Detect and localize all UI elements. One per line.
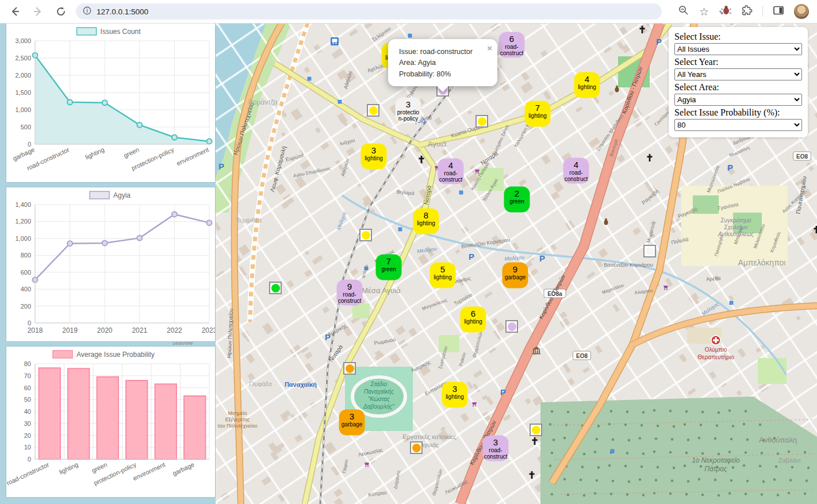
map-marker-cluster-green[interactable]: 2green <box>504 187 530 213</box>
profile-avatar[interactable] <box>794 4 809 19</box>
cluster-count: 3 <box>339 410 365 421</box>
svg-text:800: 800 <box>21 252 31 259</box>
map-marker-cluster-road-constructor[interactable]: 9road-constructor <box>337 280 363 306</box>
issue-select[interactable]: All Issues <box>674 43 802 55</box>
probability-select-label: Select Issue Probability (%): <box>674 107 802 118</box>
probability-select[interactable]: 80 <box>674 119 802 131</box>
cluster-label: garbage <box>503 274 528 280</box>
bar-green <box>97 377 118 459</box>
reload-icon[interactable] <box>55 6 67 17</box>
map-marker-cluster-garbage[interactable]: 3garbage <box>339 410 365 436</box>
map-marker[interactable] <box>530 424 542 436</box>
cluster-count: 5 <box>430 263 456 274</box>
map-marker-cluster-road-constructor[interactable]: 3road-constructor <box>483 436 509 461</box>
map-marker-cluster-protection-policy[interactable]: 3protection-policy <box>396 98 421 124</box>
map-marker-cluster-road-constructor[interactable]: 4road-constructor <box>563 158 589 184</box>
svg-text:green: green <box>91 461 109 474</box>
svg-text:garbage: garbage <box>171 461 195 477</box>
cluster-count: 9 <box>337 280 363 291</box>
cluster-label: green <box>376 266 402 272</box>
area-select-label: Select Area: <box>674 82 802 93</box>
svg-text:10: 10 <box>24 444 31 451</box>
svg-text:lighting: lighting <box>58 461 79 476</box>
svg-text:2023: 2023 <box>202 326 215 334</box>
svg-text:3,000: 3,000 <box>15 37 31 44</box>
year-select[interactable]: All Years <box>674 68 802 80</box>
marker-dot <box>369 106 378 115</box>
debug-extension-icon[interactable] <box>719 5 731 18</box>
address-bar[interactable]: 127.0.0.1:5000 <box>76 3 662 20</box>
bar-garbage <box>184 396 205 459</box>
map-marker-cluster-lighting[interactable]: 5lighting <box>430 263 456 288</box>
svg-text:environment: environment <box>132 461 166 482</box>
svg-text:2020: 2020 <box>97 326 113 334</box>
map-marker[interactable] <box>343 362 356 375</box>
map-marker-cluster-green[interactable]: 7green <box>376 255 402 280</box>
map-marker[interactable] <box>410 441 423 454</box>
map-marker[interactable] <box>359 229 372 241</box>
cluster-count: 4 <box>574 72 600 84</box>
svg-text:environment: environment <box>175 146 210 167</box>
cluster-label: road-constructor <box>483 447 509 461</box>
cluster-label: lighting <box>361 155 387 161</box>
side-panel-icon[interactable] <box>773 5 784 18</box>
forward-icon[interactable] <box>32 6 44 17</box>
map-marker[interactable] <box>505 320 518 333</box>
cluster-label: lighting <box>413 220 439 226</box>
map-marker-cluster-lighting[interactable]: 3lighting <box>442 382 468 408</box>
svg-text:1,400: 1,400 <box>15 201 31 208</box>
cluster-label: lighting <box>430 274 456 280</box>
map-marker-cluster-lighting[interactable]: 3lighting <box>361 144 387 170</box>
site-info-icon[interactable] <box>83 6 91 17</box>
map-marker-cluster-road-constructor[interactable]: 6road-constructor <box>499 32 525 58</box>
map-marker-cluster-road-constructor[interactable]: 4road-constructor <box>438 159 464 184</box>
avg-probability-chart: Average Issue Probability010203040506070… <box>6 347 215 495</box>
marker-dot <box>508 322 516 331</box>
svg-text:Agyia: Agyia <box>113 191 131 199</box>
svg-text:2,000: 2,000 <box>15 72 31 79</box>
map-marker[interactable] <box>475 115 488 128</box>
popup-issue-line: Issue: road-constructor <box>399 47 486 57</box>
area-select[interactable]: Agyia <box>674 94 802 106</box>
area-trend-chart-card: Agyia02004006008001,0001,2001,4002018201… <box>6 187 216 342</box>
extensions-icon[interactable] <box>741 5 753 18</box>
map-marker-cluster-lighting[interactable]: 7lighting <box>525 101 551 127</box>
svg-text:2019: 2019 <box>62 326 78 334</box>
cluster-count: 7 <box>525 101 551 113</box>
cluster-label: garbage <box>339 421 365 428</box>
cluster-count: 3 <box>361 144 387 155</box>
popup-probability-line: Probability: 80% <box>399 69 486 80</box>
map-marker[interactable] <box>643 245 656 257</box>
cluster-label: lighting <box>461 318 486 325</box>
popup-close-icon[interactable]: × <box>487 41 492 55</box>
cluster-label: road-constructor <box>499 44 525 58</box>
issue-select-label: Select Issue: <box>674 31 802 43</box>
svg-text:400: 400 <box>21 286 31 293</box>
map-marker-cluster-lighting[interactable]: 4lighting <box>574 72 600 98</box>
cluster-count: 4 <box>438 159 464 170</box>
back-icon[interactable] <box>9 6 21 17</box>
cluster-count: 3 <box>396 98 421 109</box>
cluster-count: 4 <box>563 158 589 170</box>
svg-text:200: 200 <box>21 303 31 310</box>
svg-text:80: 80 <box>24 360 31 367</box>
svg-text:Average Issue Probability: Average Issue Probability <box>76 351 155 359</box>
map-marker[interactable] <box>269 282 282 294</box>
map-marker-cluster-lighting[interactable]: 8lighting <box>413 209 439 234</box>
svg-text:40: 40 <box>24 408 31 415</box>
cluster-label: road-constructor <box>337 291 363 306</box>
cluster-label: road-constructor <box>438 170 464 184</box>
cluster-count: 3 <box>442 382 468 394</box>
map-marker[interactable] <box>367 104 379 117</box>
issues-count-chart: Issues Count05001,0001,5002,0002,5003,00… <box>6 24 215 180</box>
map-marker-cluster-garbage[interactable]: 9garbage <box>503 263 528 288</box>
svg-text:2021: 2021 <box>132 326 147 334</box>
map-marker-cluster-lighting[interactable]: 6lighting <box>461 307 486 333</box>
filter-panel: Select Issue: All Issues Select Year: Al… <box>669 27 808 137</box>
zoom-out-icon[interactable] <box>678 5 689 18</box>
svg-text:1,500: 1,500 <box>15 89 31 96</box>
svg-text:50: 50 <box>24 396 31 403</box>
bookmark-icon[interactable]: ☆ <box>699 6 709 17</box>
bar-lighting <box>68 368 89 459</box>
svg-text:1,200: 1,200 <box>15 218 31 225</box>
